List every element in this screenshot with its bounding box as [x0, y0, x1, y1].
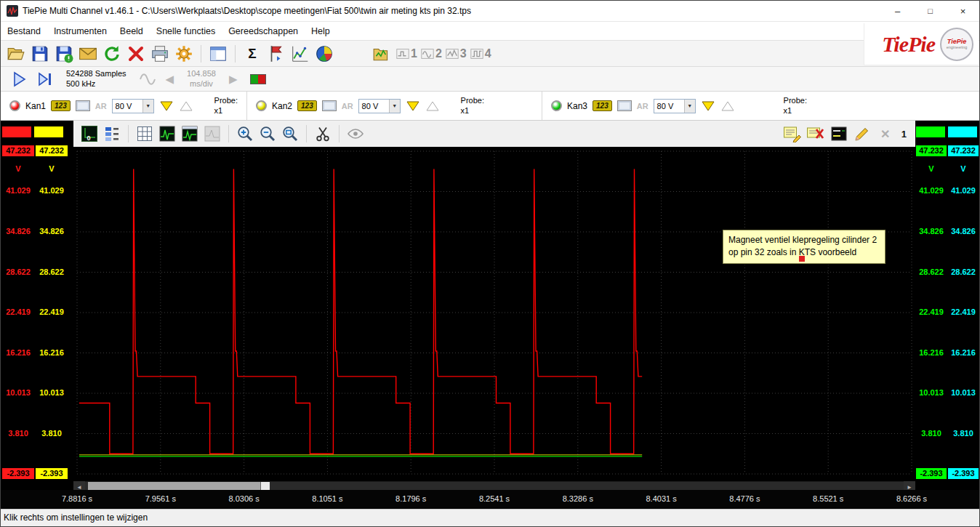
- time-tick-label: 8.1051 s: [312, 494, 342, 503]
- sample-count: 524288 Samples: [66, 69, 126, 79]
- sum-sigma-icon[interactable]: Σ: [248, 47, 256, 60]
- channel4-axis-min[interactable]: -2.393: [948, 468, 979, 479]
- channel1-axis-min[interactable]: -2.393: [2, 468, 34, 479]
- channel3-led-icon[interactable]: [551, 100, 562, 111]
- channel3-autorange-button[interactable]: AR: [637, 102, 648, 110]
- pencil-icon[interactable]: [854, 125, 871, 142]
- save-icon[interactable]: [31, 44, 49, 63]
- channel2-axis-max[interactable]: 47.232: [36, 145, 68, 156]
- scissors-icon[interactable]: [314, 125, 332, 142]
- close-button[interactable]: ×: [947, 1, 979, 21]
- graph-fit-icon[interactable]: [181, 125, 198, 142]
- channel3-monitor-icon[interactable]: [617, 100, 632, 111]
- time-tick-label: 8.6266 s: [896, 494, 927, 503]
- channel2-led-icon[interactable]: [256, 100, 267, 111]
- channel4-axis-tab[interactable]: [948, 126, 977, 137]
- channel1-range-select[interactable]: 80 V▼: [112, 99, 154, 113]
- pie-chart-icon[interactable]: [315, 44, 334, 63]
- channel2-measure-badge[interactable]: 123: [297, 100, 317, 111]
- quick-slot-1[interactable]: 1: [395, 47, 417, 61]
- play-icon[interactable]: [10, 71, 28, 88]
- channel1-autorange-button[interactable]: AR: [95, 102, 107, 110]
- zoom-in-icon[interactable]: [236, 125, 254, 142]
- channel1-trigger-disabled-icon[interactable]: [179, 100, 193, 112]
- channel3-trigger-level-icon[interactable]: [701, 100, 715, 112]
- chart-analysis-icon[interactable]: [291, 44, 310, 63]
- time-tick-label: 8.2541 s: [479, 494, 510, 503]
- channel1-monitor-icon[interactable]: [76, 100, 90, 111]
- zoom-out-icon[interactable]: [259, 125, 276, 142]
- channel1-trigger-level-icon[interactable]: [159, 100, 174, 112]
- window-layout-icon[interactable]: [209, 44, 228, 63]
- quick-slot-3[interactable]: 3: [445, 47, 467, 61]
- reset-offset-icon[interactable]: 0: [81, 125, 98, 142]
- channel4-axis-max[interactable]: 47.232: [948, 145, 979, 156]
- refresh-icon[interactable]: [103, 44, 121, 63]
- delete-annotation-icon[interactable]: [806, 125, 825, 142]
- timebase-prev-icon[interactable]: ◀: [163, 73, 177, 86]
- view-disabled-icon: [204, 125, 221, 142]
- time-tick-label: 8.4031 s: [646, 494, 676, 503]
- print-icon[interactable]: [150, 44, 169, 63]
- channel3-range-select[interactable]: 80 V▼: [654, 99, 696, 113]
- menu-bestand[interactable]: Bestand: [1, 23, 47, 39]
- channel3-name[interactable]: Kan3: [567, 101, 587, 111]
- add-annotation-icon[interactable]: [783, 125, 802, 142]
- menu-help[interactable]: Help: [305, 23, 337, 39]
- delete-icon[interactable]: [127, 45, 145, 63]
- channel2-monitor-icon[interactable]: [322, 100, 337, 111]
- channel1-name[interactable]: Kan1: [25, 101, 46, 111]
- channel1-led-icon[interactable]: [9, 100, 20, 111]
- scope-area: 47.232 47.232 V V -2.393 -2.393 41.02934…: [1, 121, 979, 490]
- graph-view-icon[interactable]: [158, 125, 176, 142]
- channel3-trigger-disabled-icon[interactable]: [720, 100, 735, 112]
- menu-beeld[interactable]: Beeld: [113, 23, 150, 39]
- maximize-button[interactable]: □: [914, 1, 947, 21]
- channel-label-icon[interactable]: [830, 125, 848, 142]
- one-shot-icon[interactable]: [36, 71, 54, 88]
- minimize-button[interactable]: –: [881, 1, 914, 21]
- quick-load-folder-icon[interactable]: [372, 44, 391, 63]
- channel1-probe[interactable]: Probe:x1: [214, 96, 238, 116]
- timebase-next-icon[interactable]: ▶: [226, 73, 241, 86]
- save-as-icon[interactable]: [55, 44, 73, 63]
- channel3-axis-min[interactable]: -2.393: [916, 468, 947, 479]
- trigger-indicator-icon[interactable]: [250, 74, 266, 84]
- menu-instrumenten[interactable]: Instrumenten: [47, 23, 113, 39]
- open-folder-icon[interactable]: [7, 44, 25, 63]
- grid-table-icon[interactable]: [136, 125, 153, 142]
- zoom-reset-icon[interactable]: [281, 125, 299, 142]
- measure-flag-icon[interactable]: [267, 44, 286, 63]
- axis-tick-label: 10.013: [2, 388, 34, 397]
- plot-column: 0 ✕: [73, 121, 915, 493]
- channel2-axis-min[interactable]: -2.393: [36, 468, 68, 479]
- toolbar-separator: [339, 125, 340, 142]
- menu-snelle-functies[interactable]: Snelle functies: [150, 23, 222, 39]
- quick-slot-2[interactable]: 2: [420, 47, 442, 61]
- tiepie-logo: TiePie TiePie engineering: [864, 23, 979, 65]
- channel1-measure-badge[interactable]: 123: [51, 100, 71, 111]
- channel2-range-select[interactable]: 80 V▼: [358, 99, 401, 113]
- plot-area[interactable]: [73, 147, 915, 478]
- channel2-trigger-level-icon[interactable]: [406, 100, 420, 112]
- quick-slot-4[interactable]: 4: [470, 47, 491, 61]
- channel2-trigger-disabled-icon[interactable]: [425, 100, 440, 112]
- menu-gereedschappen[interactable]: Gereedschappen: [222, 23, 305, 39]
- channel3-probe[interactable]: Probe:x1: [784, 96, 807, 116]
- channel2-name[interactable]: Kan2: [272, 101, 292, 111]
- axis-tick-label: 22.419: [916, 307, 947, 316]
- channel1-axis-max[interactable]: 47.232: [2, 145, 34, 156]
- channel3-axis-max[interactable]: 47.232: [916, 145, 947, 156]
- annotation-tools: ✕ 1: [782, 124, 909, 144]
- channel3-measure-badge[interactable]: 123: [593, 100, 612, 111]
- channel1-axis-tab[interactable]: [2, 126, 31, 137]
- settings-gear-icon[interactable]: [174, 44, 193, 63]
- axis-tick-label: 34.826: [2, 227, 34, 236]
- channel2-axis-tab[interactable]: [34, 126, 63, 137]
- channel3-axis-tab[interactable]: [916, 126, 945, 137]
- annotation-marker[interactable]: [799, 256, 805, 262]
- email-icon[interactable]: [79, 44, 97, 63]
- channel-list-icon[interactable]: [103, 125, 121, 142]
- channel2-probe[interactable]: Probe:x1: [461, 96, 484, 116]
- channel2-autorange-button[interactable]: AR: [342, 102, 353, 110]
